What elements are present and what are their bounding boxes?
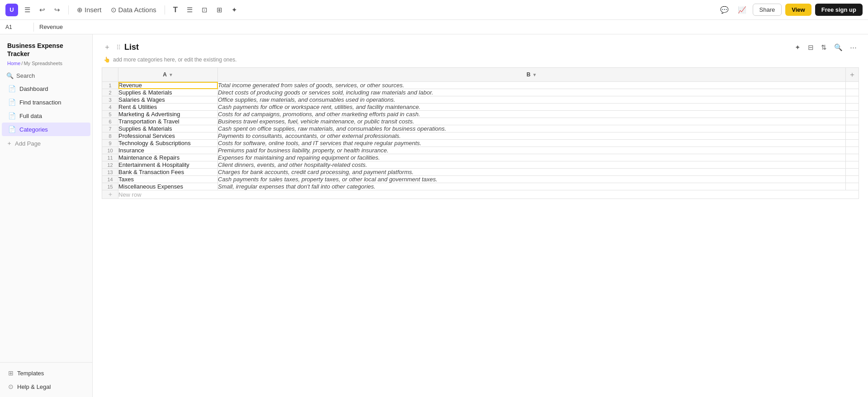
list-sort-button[interactable]: ⇅ [819, 42, 829, 53]
cell-category[interactable]: Taxes [118, 176, 218, 183]
formula-bar: A1 Revenue [0, 20, 868, 34]
undo-icon: ↩ [39, 6, 45, 14]
cell-category[interactable]: Rent & Utilities [118, 104, 218, 111]
cell-description[interactable]: Total income generated from sales of goo… [218, 82, 846, 89]
chart-button[interactable]: 📈 [735, 4, 749, 16]
cell-description[interactable]: Direct costs of producing goods or servi… [218, 89, 846, 96]
cell-description[interactable]: Premiums paid for business liability, pr… [218, 147, 846, 154]
layout-icon: ⊡ [202, 6, 208, 14]
toolbar: U ☰ ↩ ↪ ⊕ Insert ⊙ Data Actions T ☰ ⊡ ⊞ … [0, 0, 868, 20]
breadcrumb-home[interactable]: Home [7, 61, 20, 66]
cell-description[interactable]: Costs for ad campaigns, promotions, and … [218, 111, 846, 118]
cell-category[interactable]: Miscellaneous Expenses [118, 183, 218, 190]
table-row: 7Supplies & MaterialsCash spent on offic… [102, 125, 859, 132]
sidebar-item-label: Full data [19, 113, 42, 119]
cell-description[interactable]: Office supplies, raw materials, and cons… [218, 96, 846, 104]
view-button[interactable]: View [785, 4, 811, 16]
col-a-chevron-icon: ▼ [169, 72, 173, 77]
cell-category[interactable]: Insurance [118, 147, 218, 154]
cell-description[interactable]: Cash spent on office supplies, raw mater… [218, 125, 846, 132]
comment-button[interactable]: 💬 [717, 4, 731, 16]
templates-label: Templates [17, 370, 44, 377]
table-body: 1RevenueTotal income generated from sale… [102, 82, 859, 190]
magic-button[interactable]: ✦ [229, 4, 240, 16]
cell-category[interactable]: Professional Services [118, 132, 218, 140]
dashboard-icon: 📄 [8, 85, 16, 92]
share-button[interactable]: Share [753, 4, 782, 16]
cell-category[interactable]: Salaries & Wages [118, 96, 218, 104]
list-add-button[interactable]: ＋ [102, 42, 113, 53]
full-data-icon: 📄 [8, 112, 16, 119]
align-icon: ☰ [187, 6, 193, 14]
align-button[interactable]: ☰ [184, 4, 195, 16]
cell-category[interactable]: Marketing & Advertising [118, 111, 218, 118]
signup-button[interactable]: Free sign up [815, 4, 863, 16]
cell-category[interactable]: Transportation & Travel [118, 118, 218, 125]
cell-category[interactable]: Bank & Transaction Fees [118, 169, 218, 176]
cell-description[interactable]: Cash payments for office or workspace re… [218, 104, 846, 111]
data-actions-button[interactable]: ⊙ Data Actions [108, 4, 159, 16]
search-item[interactable]: 🔍 Search [0, 70, 92, 82]
sidebar-item-dashboard[interactable]: 📄 Dashboard [2, 82, 90, 95]
cell-extra [846, 132, 859, 140]
cell-description[interactable]: Cash payments for sales taxes, property … [218, 176, 846, 183]
table-row: 1RevenueTotal income generated from sale… [102, 82, 859, 89]
cell-description[interactable]: Expenses for maintaining and repairing e… [218, 154, 846, 161]
sidebar-item-templates[interactable]: ⊞ Templates [2, 366, 90, 380]
sidebar-item-full-data[interactable]: 📄 Full data [2, 109, 90, 123]
sidebar-item-help[interactable]: ⊙ Help & Legal [2, 380, 90, 393]
add-page-button[interactable]: ＋ Add Page [0, 136, 92, 151]
toolbar-divider-2 [165, 5, 165, 14]
add-column-button[interactable]: ＋ [846, 68, 859, 81]
list-more-button[interactable]: ⋯ [848, 42, 859, 53]
sidebar-toggle-button[interactable]: ☰ [22, 4, 33, 16]
sidebar-item-label: Dashboard [19, 85, 48, 92]
row-num-cell: 7 [102, 125, 118, 132]
sidebar-item-find-transaction[interactable]: 📄 Find transaction [2, 95, 90, 109]
redo-icon: ↪ [54, 6, 60, 14]
cell-category[interactable]: Entertainment & Hospitality [118, 161, 218, 169]
new-row-add-button[interactable]: ＋ [105, 190, 115, 198]
cell-category[interactable]: Technology & Subscriptions [118, 140, 218, 147]
table-row: 12Entertainment & HospitalityClient dinn… [102, 161, 859, 169]
row-num-cell: 1 [102, 82, 118, 89]
cell-description[interactable]: Payments to consultants, accountants, or… [218, 132, 846, 140]
cell-category[interactable]: Maintenance & Repairs [118, 154, 218, 161]
spreadsheet-table: A ▼ B ▼ ＋ 1RevenueTotal [102, 67, 859, 199]
insert-button[interactable]: ⊕ Insert [74, 4, 104, 16]
list-magic-button[interactable]: ✦ [793, 42, 803, 53]
cell-description[interactable]: Small, irregular expenses that don't fal… [218, 183, 846, 190]
list-filter-button[interactable]: ⊟ [806, 42, 816, 53]
cell-description[interactable]: Charges for bank accounts, credit card p… [218, 169, 846, 176]
layout-button[interactable]: ⊡ [199, 4, 210, 16]
list-search-button[interactable]: 🔍 [832, 42, 845, 53]
undo-button[interactable]: ↩ [37, 4, 48, 16]
cell-category[interactable]: Supplies & Materials [118, 125, 218, 132]
cell-category[interactable]: Supplies & Materials [118, 89, 218, 96]
row-num-header [102, 68, 118, 82]
font-button[interactable]: T [170, 4, 180, 16]
table-row: 11Maintenance & RepairsExpenses for main… [102, 154, 859, 161]
cell-extra [846, 89, 859, 96]
sidebar-item-label: Find transaction [19, 99, 61, 106]
redo-button[interactable]: ↪ [52, 4, 63, 16]
templates-icon: ⊞ [8, 369, 14, 377]
categories-icon: 📄 [8, 126, 16, 133]
cell-description[interactable]: Client dinners, events, and other hospit… [218, 161, 846, 169]
sidebar-item-categories[interactable]: 📄 Categories [2, 123, 90, 136]
breadcrumb-spreadsheets: My Spreadsheets [24, 61, 62, 66]
col-b-header[interactable]: B ▼ [218, 68, 846, 82]
grid-button[interactable]: ⊞ [214, 4, 225, 16]
grid-icon: ⊞ [217, 6, 222, 14]
cell-description[interactable]: Costs for software, online tools, and IT… [218, 140, 846, 147]
col-a-header[interactable]: A ▼ [118, 68, 218, 82]
cell-category[interactable]: Revenue [118, 82, 218, 89]
find-transaction-icon: 📄 [8, 99, 16, 106]
main-area: Business Expense Tracker Home / My Sprea… [0, 34, 868, 397]
cell-description[interactable]: Business travel expenses, fuel, vehicle … [218, 118, 846, 125]
new-row-cell[interactable]: New row [118, 190, 859, 199]
cell-extra [846, 183, 859, 190]
table-row: 15Miscellaneous ExpensesSmall, irregular… [102, 183, 859, 190]
hint-text: add more categories here, or edit the ex… [113, 57, 237, 63]
formula-divider [33, 23, 34, 32]
